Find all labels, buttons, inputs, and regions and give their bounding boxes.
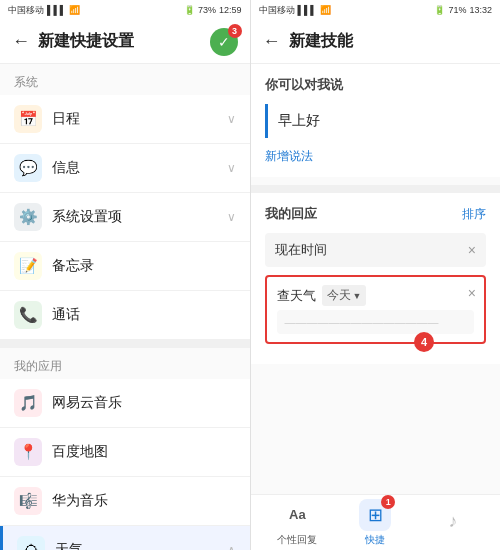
schedule-label: 日程 xyxy=(52,110,217,128)
list-item-messages[interactable]: 💬 信息 ∨ xyxy=(0,144,250,193)
left-time: 12:59 xyxy=(219,5,242,15)
music-icon: ♪ xyxy=(437,506,469,538)
left-check-button[interactable]: ✓ 3 xyxy=(210,28,238,56)
notes-label: 备忘录 xyxy=(52,257,236,275)
list-item-calls[interactable]: 📞 通话 xyxy=(0,291,250,340)
speech-section-title: 你可以对我说 xyxy=(265,76,487,94)
bottom-tab-bar: Aa 个性回复 ⊞ 1 快捷 ♪ xyxy=(251,494,501,550)
right-carrier: 中国移动 xyxy=(259,4,295,17)
weather-icon: 🌤 xyxy=(17,536,45,550)
response-header: 我的回应 排序 xyxy=(265,205,487,223)
messages-icon: 💬 xyxy=(14,154,42,182)
quick-label: 快捷 xyxy=(365,533,385,547)
right-wifi: 📶 xyxy=(320,5,331,15)
badge-4: 4 xyxy=(414,332,434,352)
huaweimusic-icon: 🎼 xyxy=(14,487,42,515)
list-item-huawei-music[interactable]: 🎼 华为音乐 xyxy=(0,477,250,526)
left-wifi: 📶 xyxy=(69,5,80,15)
left-back-button[interactable]: ← xyxy=(12,31,30,52)
list-item-netease[interactable]: 🎵 网易云音乐 xyxy=(0,379,250,428)
response-title: 我的回应 xyxy=(265,205,317,223)
list-item-settings[interactable]: ⚙️ 系统设置项 ∨ xyxy=(0,193,250,242)
left-header: ← 新建快捷设置 ✓ 3 xyxy=(0,20,250,64)
netease-label: 网易云音乐 xyxy=(52,394,236,412)
tab-quick[interactable]: ⊞ 1 快捷 xyxy=(336,499,414,547)
time-response-close[interactable]: × xyxy=(468,242,476,258)
calls-icon: 📞 xyxy=(14,301,42,329)
right-time: 13:32 xyxy=(469,5,492,15)
right-back-button[interactable]: ← xyxy=(263,31,281,52)
weather-expand-area: —————————————— xyxy=(277,310,475,334)
netease-icon: 🎵 xyxy=(14,389,42,417)
schedule-chevron: ∨ xyxy=(227,112,236,126)
messages-chevron: ∨ xyxy=(227,161,236,175)
weather-response-label: 查天气 xyxy=(277,287,316,305)
left-header-title: 新建快捷设置 xyxy=(38,31,202,52)
tab-music[interactable]: ♪ xyxy=(414,506,492,540)
speech-section: 你可以对我说 早上好 新增说法 xyxy=(251,64,501,177)
add-phrase-link[interactable]: 新增说法 xyxy=(265,149,313,163)
baidumap-label: 百度地图 xyxy=(52,443,236,461)
list-item-notes[interactable]: 📝 备忘录 xyxy=(0,242,250,291)
settings-label: 系统设置项 xyxy=(52,208,217,226)
list-item-weather[interactable]: 🌤 天气 ∧ xyxy=(0,526,250,550)
left-status-bar: 中国移动 ▌▌▌ 📶 🔋 73% 12:59 xyxy=(0,0,250,20)
quick-badge: 1 xyxy=(381,495,395,509)
response-item-time: 现在时间 × xyxy=(265,233,487,267)
right-battery: 71% xyxy=(448,5,466,15)
settings-icon: ⚙️ xyxy=(14,203,42,231)
right-status-bar: 中国移动 ▌▌▌ 📶 🔋 71% 13:32 xyxy=(251,0,501,20)
check-badge: 3 xyxy=(228,24,242,38)
right-signal: ▌▌▌ xyxy=(298,5,317,15)
time-response-label: 现在时间 xyxy=(275,241,460,259)
left-battery: 73% xyxy=(198,5,216,15)
left-content: 系统 📅 日程 ∨ 💬 信息 ∨ ⚙️ 系统设置项 ∨ 📝 备忘录 📞 通话 我… xyxy=(0,64,250,550)
weather-sub-text: —————————————— xyxy=(285,316,439,328)
myapps-section-label: 我的应用 xyxy=(0,348,250,379)
speech-phrase[interactable]: 早上好 xyxy=(265,104,487,138)
weather-response-tag[interactable]: 今天 ▼ xyxy=(322,285,367,306)
list-item-baidu-map[interactable]: 📍 百度地图 xyxy=(0,428,250,477)
weather-response-close[interactable]: × xyxy=(468,285,476,301)
response-item-weather[interactable]: 查天气 今天 ▼ × —————————————— 4 xyxy=(265,275,487,344)
left-battery-icon: 🔋 xyxy=(184,5,195,15)
baidumap-icon: 📍 xyxy=(14,438,42,466)
response-divider xyxy=(251,185,501,193)
weather-dropdown-icon: ▼ xyxy=(353,291,362,301)
settings-chevron: ∨ xyxy=(227,210,236,224)
personal-reply-label: 个性回复 xyxy=(277,533,317,547)
quick-icon-wrap: ⊞ 1 xyxy=(359,499,391,531)
huaweimusic-label: 华为音乐 xyxy=(52,492,236,510)
list-item-schedule[interactable]: 📅 日程 ∨ xyxy=(0,95,250,144)
calls-label: 通话 xyxy=(52,306,236,324)
system-section-label: 系统 xyxy=(0,64,250,95)
response-section: 我的回应 排序 现在时间 × 查天气 今天 ▼ × ——— xyxy=(251,193,501,364)
sort-button[interactable]: 排序 xyxy=(462,206,486,223)
weather-label: 天气 xyxy=(55,541,217,550)
right-content: 你可以对我说 早上好 新增说法 我的回应 排序 现在时间 × 查天气 今天 xyxy=(251,64,501,494)
notes-icon: 📝 xyxy=(14,252,42,280)
weather-tag-text: 今天 xyxy=(327,287,351,304)
schedule-icon: 📅 xyxy=(14,105,42,133)
personal-reply-icon: Aa xyxy=(281,499,313,531)
right-header-title: 新建技能 xyxy=(289,31,489,52)
section-divider xyxy=(0,340,250,348)
left-signal: ▌▌▌ xyxy=(47,5,66,15)
left-panel: 中国移动 ▌▌▌ 📶 🔋 73% 12:59 ← 新建快捷设置 ✓ 3 系统 📅… xyxy=(0,0,251,550)
weather-chevron: ∧ xyxy=(227,543,236,550)
messages-label: 信息 xyxy=(52,159,217,177)
right-header: ← 新建技能 xyxy=(251,20,501,64)
left-carrier: 中国移动 xyxy=(8,4,44,17)
right-panel: 中国移动 ▌▌▌ 📶 🔋 71% 13:32 ← 新建技能 你可以对我说 早上好… xyxy=(251,0,501,550)
tab-personal-reply[interactable]: Aa 个性回复 xyxy=(259,499,337,547)
right-battery-icon: 🔋 xyxy=(434,5,445,15)
check-icon: ✓ xyxy=(218,34,230,50)
